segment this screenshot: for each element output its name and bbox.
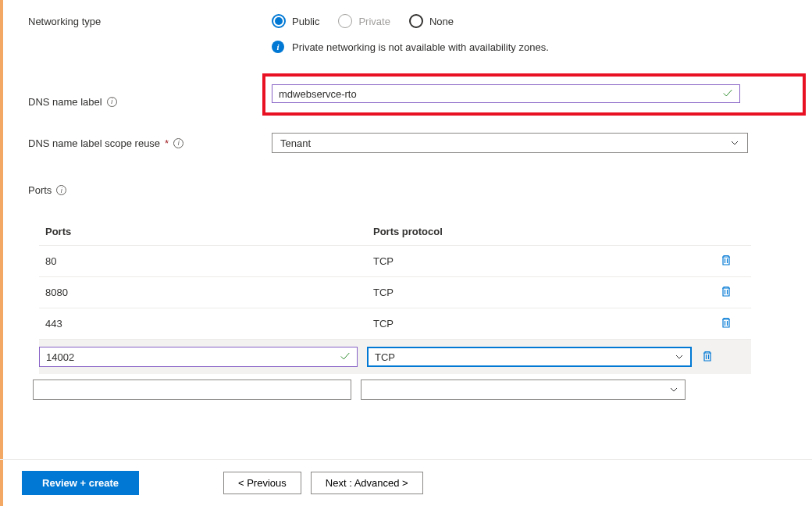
port-input[interactable]: 14002 <box>39 347 358 367</box>
previous-button[interactable]: < Previous <box>223 472 301 494</box>
info-icon[interactable]: i <box>56 185 66 195</box>
dns-scope-select[interactable]: Tenant <box>272 133 748 153</box>
next-button[interactable]: Next : Advanced > <box>311 472 423 494</box>
radio-private[interactable]: Private <box>338 14 390 28</box>
footer-bar: Review + create < Previous Next : Advanc… <box>0 459 812 506</box>
radio-public[interactable]: Public <box>272 14 319 28</box>
radio-public-label: Public <box>292 16 319 27</box>
table-row: 443 TCP <box>39 308 751 340</box>
dns-scope-value: Tenant <box>280 137 311 149</box>
ports-section-label: Ports i <box>28 184 796 196</box>
trash-icon[interactable] <box>720 288 732 300</box>
protocol-cell: TCP <box>373 287 701 298</box>
protocol-cell: TCP <box>373 318 701 330</box>
networking-type-radio-group: Public Private None <box>272 14 796 28</box>
port-input-empty[interactable] <box>33 380 351 400</box>
ports-header-port: Ports <box>45 226 373 237</box>
port-cell: 80 <box>45 255 373 267</box>
trash-icon[interactable] <box>701 350 714 365</box>
ports-table: Ports Ports protocol 80 TCP 8080 TCP 443… <box>39 218 751 408</box>
table-row: 8080 TCP <box>39 277 751 308</box>
radio-empty-icon <box>338 14 352 28</box>
protocol-select-empty[interactable] <box>361 380 686 400</box>
protocol-select[interactable]: TCP <box>367 347 692 367</box>
protocol-cell: TCP <box>373 255 701 267</box>
left-accent-bar <box>0 0 3 506</box>
info-message-text: Private networking is not available with… <box>292 41 549 53</box>
radio-none-label: None <box>429 16 454 27</box>
checkmark-icon <box>722 87 733 101</box>
dns-scope-label: DNS name label scope reuse * i <box>28 137 272 149</box>
table-row-editing: 14002 TCP <box>39 340 751 374</box>
info-icon[interactable]: i <box>173 138 183 148</box>
table-row-empty <box>39 374 751 408</box>
dns-name-label: DNS name label i <box>28 96 272 108</box>
chevron-down-icon <box>669 385 678 394</box>
networking-type-label: Networking type <box>28 16 272 27</box>
ports-table-header: Ports Ports protocol <box>39 218 751 246</box>
chevron-down-icon <box>675 352 684 362</box>
radio-private-label: Private <box>358 16 390 27</box>
info-message: i Private networking is not available wi… <box>272 41 796 53</box>
trash-icon[interactable] <box>720 257 732 269</box>
info-icon: i <box>272 41 284 53</box>
port-cell: 8080 <box>45 287 373 298</box>
port-cell: 443 <box>45 318 373 330</box>
chevron-down-icon <box>730 138 739 148</box>
radio-selected-icon <box>272 14 286 28</box>
review-create-button[interactable]: Review + create <box>22 471 139 495</box>
radio-none[interactable]: None <box>409 14 454 28</box>
port-input-value: 14002 <box>46 351 74 363</box>
table-row: 80 TCP <box>39 246 751 277</box>
ports-header-protocol: Ports protocol <box>373 226 701 237</box>
protocol-value: TCP <box>375 351 395 363</box>
checkmark-icon <box>340 351 351 364</box>
trash-icon[interactable] <box>720 319 732 331</box>
dns-name-value: mdwebservce-rto <box>279 88 357 100</box>
dns-name-input[interactable]: mdwebservce-rto <box>272 84 740 103</box>
radio-empty-icon <box>409 14 423 28</box>
dns-name-highlight-box: mdwebservce-rto <box>262 73 806 116</box>
info-icon[interactable]: i <box>107 97 117 107</box>
